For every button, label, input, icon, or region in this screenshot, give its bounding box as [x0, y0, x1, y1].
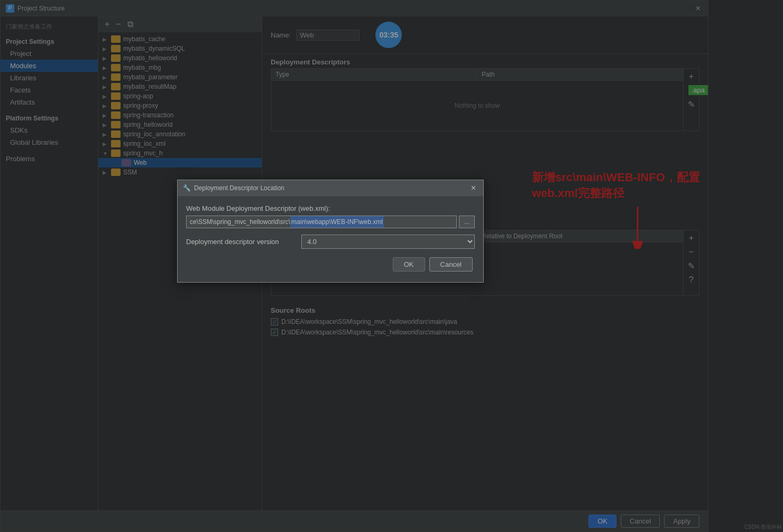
deployment-dialog-icon: 🔧: [183, 184, 191, 192]
field-value-highlighted: main\webapp\WEB-INF\web.xml: [290, 216, 384, 228]
deployment-descriptor-dialog: 🔧 Deployment Descriptor Location × Web M…: [177, 180, 484, 283]
deployment-dialog-title-text: Deployment Descriptor Location: [194, 184, 284, 192]
field-value-prefix: ce\SSM\spring_mvc_helloworld\src\: [187, 216, 290, 228]
deployment-cancel-button[interactable]: Cancel: [429, 257, 473, 272]
deployment-dialog-close-button[interactable]: ×: [469, 183, 478, 193]
main-window: P Project Structure × 门案例之准备工作 Project S…: [0, 0, 783, 532]
deployment-dialog-titlebar: 🔧 Deployment Descriptor Location ×: [178, 180, 483, 196]
browse-button[interactable]: ...: [459, 216, 475, 228]
descriptor-field-row: Web Module Deployment Descriptor (web.xm…: [186, 204, 475, 228]
descriptor-field-label: Web Module Deployment Descriptor (web.xm…: [186, 204, 475, 212]
deployment-ok-button[interactable]: OK: [393, 257, 425, 272]
deployment-dialog-buttons: OK Cancel: [186, 257, 475, 274]
version-dropdown[interactable]: 4.0: [301, 235, 475, 249]
descriptor-field-input-row: ce\SSM\spring_mvc_helloworld\src\ main\w…: [186, 216, 475, 228]
deployment-dialog-content: Web Module Deployment Descriptor (web.xm…: [178, 196, 483, 282]
deployment-dialog-title: 🔧 Deployment Descriptor Location: [183, 184, 284, 192]
version-row: Deployment descriptor version 4.0: [186, 235, 475, 249]
version-label: Deployment descriptor version: [186, 238, 297, 246]
